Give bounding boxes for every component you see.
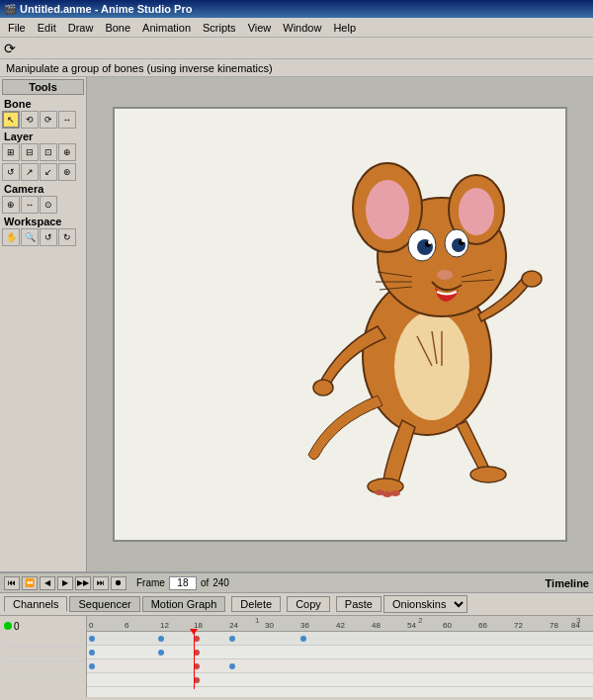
main-layout: Tools Bone ↖ ⟲ ⟳ ↔ Layer ⊞ ⊟ ⊡ ⊕ ↺ ↗ ↙ ⊛…	[0, 77, 593, 571]
keyframe-dot-2-1[interactable]	[89, 663, 95, 669]
timeline-area: ⏮ ⏪ ◀ ▶ ▶▶ ⏭ ⏺ Frame of 240 Timeline Cha…	[0, 571, 593, 700]
keyframe-dot-1-1[interactable]	[89, 650, 95, 656]
bone-tools: ↖ ⟲ ⟳ ↔	[2, 111, 84, 129]
bone-tool-1[interactable]: ↖	[2, 111, 20, 129]
ruler-72: 72	[514, 621, 523, 630]
go-start-button[interactable]: ⏮	[4, 576, 20, 590]
paste-button[interactable]: Paste	[336, 596, 381, 612]
menu-item-animation[interactable]: Animation	[136, 20, 197, 36]
menu-item-window[interactable]: Window	[277, 20, 327, 36]
ruler-66: 66	[478, 621, 487, 630]
track-row-3	[87, 673, 593, 687]
track-row-0	[87, 632, 593, 646]
keyframe-dot-0-5[interactable]	[300, 636, 306, 642]
camera-tool-1[interactable]: ⊕	[2, 196, 20, 214]
bone-tool-4[interactable]: ↔	[58, 111, 76, 129]
ruler-6: 6	[125, 621, 128, 630]
menu-item-help[interactable]: Help	[327, 20, 362, 36]
copy-button[interactable]: Copy	[287, 596, 330, 612]
sub-ruler-3: 3	[576, 616, 580, 625]
workspace-tool-1[interactable]: ✋	[2, 228, 20, 246]
workspace-tool-2[interactable]: 🔍	[21, 228, 39, 246]
prev-frame-button[interactable]: ◀	[40, 576, 55, 590]
bone-tool-2[interactable]: ⟲	[21, 111, 39, 129]
menu-item-edit[interactable]: Edit	[32, 20, 62, 36]
menu-item-view[interactable]: View	[242, 20, 278, 36]
layer-tool-3[interactable]: ⊡	[40, 143, 57, 161]
timeline-left: 0	[0, 616, 87, 697]
sequencer-tab[interactable]: Sequencer	[69, 596, 139, 612]
layer-tool-7[interactable]: ↙	[40, 163, 57, 181]
timeline-tabs: Channels Sequencer Motion Graph Delete C…	[0, 593, 593, 616]
keyframe-dot-1-2[interactable]	[158, 650, 164, 656]
record-button[interactable]: ⏺	[111, 576, 127, 590]
workspace-tool-3[interactable]: ↺	[40, 228, 57, 246]
ruler-24: 24	[229, 621, 238, 630]
tools-header: Tools	[2, 79, 84, 95]
canvas-frame	[113, 107, 567, 542]
playhead-marker	[190, 629, 198, 635]
layer-tool-5[interactable]: ↺	[2, 163, 20, 181]
camera-section-label: Camera	[2, 183, 84, 195]
svg-point-14	[462, 238, 466, 242]
delete-button[interactable]: Delete	[231, 596, 281, 612]
layer-tool-8[interactable]: ⊛	[58, 163, 76, 181]
layer-section-label: Layer	[2, 131, 84, 142]
keyframe-dot-0-2[interactable]	[158, 636, 164, 642]
track-row-1-label	[2, 634, 84, 648]
timeline-track-label-row: 0	[2, 618, 84, 634]
camera-tool-2[interactable]: ↔	[21, 196, 39, 214]
svg-point-4	[366, 180, 409, 239]
title-bar: 🎬 Untitled.anme - Anime Studio Pro	[0, 0, 593, 18]
layer-tool-2[interactable]: ⊟	[21, 143, 39, 161]
svg-point-24	[470, 467, 506, 482]
of-label: of	[201, 577, 209, 588]
ruler-78: 78	[550, 621, 558, 630]
keyframe-dot-0-1[interactable]	[89, 636, 95, 642]
ruler-48: 48	[372, 621, 381, 630]
track-row-1	[87, 646, 593, 659]
bone-tool-3[interactable]: ⟳	[40, 111, 57, 129]
keyframe-dot-0-4[interactable]	[229, 636, 235, 642]
next-frame-button[interactable]: ▶▶	[75, 576, 91, 590]
frame-label: Frame	[136, 577, 165, 588]
left-panel: Tools Bone ↖ ⟲ ⟳ ↔ Layer ⊞ ⊟ ⊡ ⊕ ↺ ↗ ↙ ⊛…	[0, 77, 87, 571]
go-end-button[interactable]: ⏭	[93, 576, 109, 590]
track-row-2-label	[2, 648, 84, 661]
onionskins-dropdown[interactable]: Onionskins	[383, 595, 467, 613]
playhead[interactable]	[194, 632, 195, 689]
camera-tool-3[interactable]: ⊙	[40, 196, 57, 214]
ruler-36: 36	[300, 621, 309, 630]
keyframe-dot-2-3[interactable]	[229, 663, 235, 669]
menu-item-scripts[interactable]: Scripts	[197, 20, 242, 36]
play-button[interactable]: ▶	[57, 576, 73, 590]
bone-section-label: Bone	[2, 98, 84, 110]
workspace-section-label: Workspace	[2, 216, 84, 227]
layer-tool-4[interactable]: ⊕	[58, 143, 76, 161]
camera-tools: ⊕ ↔ ⊙	[2, 196, 84, 214]
timeline-body: 0 0 6 12 18 24 30 36 42 48 54 60 66 7	[0, 616, 593, 697]
track-label: 0	[14, 621, 20, 632]
svg-point-27	[390, 490, 400, 496]
svg-point-21	[313, 380, 333, 395]
frame-input[interactable]	[169, 576, 197, 590]
play-indicator	[4, 622, 12, 630]
ruler-12: 12	[160, 621, 169, 630]
menu-item-file[interactable]: File	[2, 20, 32, 36]
canvas-area	[87, 77, 593, 571]
menu-bar: FileEditDrawBoneAnimationScriptsViewWind…	[0, 18, 593, 38]
status-bar: Manipulate a group of bones (using inver…	[0, 59, 593, 77]
channels-tab[interactable]: Channels	[4, 596, 67, 612]
motion-graph-tab[interactable]: Motion Graph	[142, 596, 226, 612]
workspace-tool-4[interactable]: ↻	[58, 228, 76, 246]
menu-item-draw[interactable]: Draw	[62, 20, 100, 36]
menu-item-bone[interactable]: Bone	[99, 20, 136, 36]
layer-tools-row1: ⊞ ⊟ ⊡ ⊕	[2, 143, 84, 161]
ruler-42: 42	[336, 621, 345, 630]
svg-point-22	[522, 271, 542, 287]
layer-tool-1[interactable]: ⊞	[2, 143, 20, 161]
layer-tool-6[interactable]: ↗	[21, 163, 39, 181]
svg-point-15	[437, 270, 453, 280]
jerry-illustration	[269, 129, 546, 504]
prev-key-button[interactable]: ⏪	[22, 576, 38, 590]
